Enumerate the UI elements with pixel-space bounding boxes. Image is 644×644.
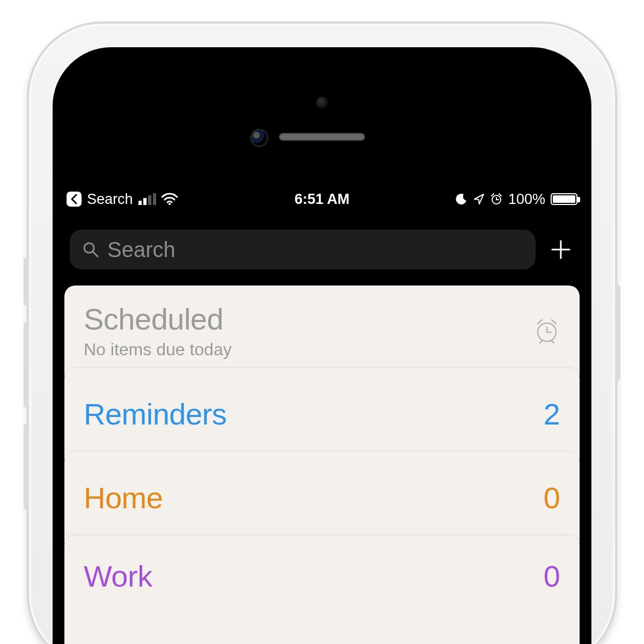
cellular-signal-icon	[138, 193, 156, 205]
list-work[interactable]: Work 0	[64, 536, 580, 644]
alarm-clock-icon	[533, 317, 560, 344]
list-home[interactable]: Home 0	[64, 452, 580, 543]
search-input[interactable]: Search	[70, 230, 536, 269]
scheduled-card[interactable]: Scheduled No items due today	[64, 286, 580, 376]
scheduled-subtitle: No items due today	[84, 340, 232, 360]
add-list-button[interactable]	[547, 239, 574, 260]
phone-hardware	[64, 69, 580, 187]
back-to-search-button[interactable]	[67, 192, 82, 207]
list-count: 0	[544, 559, 560, 594]
list-count: 2	[544, 397, 560, 431]
reminder-lists: Scheduled No items due today Reminders 2…	[64, 286, 580, 644]
list-count: 0	[544, 480, 560, 515]
scheduled-title: Scheduled	[84, 302, 232, 336]
mute-switch	[24, 258, 29, 306]
svg-point-0	[169, 203, 171, 205]
search-icon	[83, 241, 99, 258]
list-name: Work	[84, 559, 152, 594]
battery-percentage: 100%	[508, 191, 545, 208]
phone-frame: Search 6:51 AM	[27, 21, 617, 644]
front-camera	[250, 129, 268, 147]
chevron-left-icon	[70, 194, 78, 204]
volume-down-button	[24, 424, 29, 510]
svg-line-3	[93, 252, 98, 257]
back-label[interactable]: Search	[87, 191, 133, 208]
plus-icon	[550, 239, 572, 260]
status-bar: Search 6:51 AM	[64, 187, 580, 211]
earpiece-speaker	[279, 133, 365, 141]
clock-time: 6:51 AM	[295, 191, 350, 208]
list-name: Home	[84, 480, 163, 515]
location-icon	[473, 193, 485, 205]
do-not-disturb-icon	[456, 193, 467, 205]
alarm-set-icon	[490, 193, 503, 206]
list-reminders[interactable]: Reminders 2	[64, 368, 580, 459]
battery-icon	[551, 193, 577, 205]
wifi-icon	[162, 193, 178, 205]
power-button	[615, 284, 620, 381]
search-placeholder: Search	[107, 238, 175, 262]
list-name: Reminders	[84, 397, 226, 431]
proximity-sensor	[316, 97, 328, 108]
volume-up-button	[24, 322, 29, 408]
